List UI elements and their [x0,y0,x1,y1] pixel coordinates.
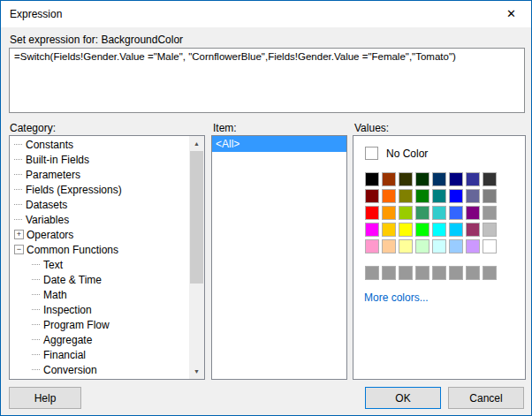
category-item-label: Operators [27,229,73,241]
window-title: Expression [10,8,62,20]
cancel-button[interactable]: Cancel [448,387,524,409]
color-swatch[interactable] [466,172,480,186]
scroll-down-icon[interactable]: ▼ [189,364,204,379]
close-button[interactable]: ✕ [491,1,531,27]
category-item-label: Inspection [43,304,92,316]
tree-connector [32,324,40,325]
tree-connector [32,309,40,310]
color-swatch[interactable] [432,172,446,186]
category-scrollbar[interactable]: ▲ ▼ [189,136,204,379]
color-swatch[interactable] [466,189,480,203]
tree-connector [32,354,40,355]
category-tree-item[interactable]: Datasets [10,197,189,212]
category-tree-item[interactable]: Date & Time [10,272,189,287]
color-palette [365,172,514,253]
color-swatch[interactable] [399,206,413,220]
color-swatch[interactable] [449,189,463,203]
color-swatch[interactable] [466,266,480,280]
category-panel: ConstantsBuilt-in FieldsParametersFields… [9,135,205,380]
color-swatch[interactable] [399,239,413,253]
color-swatch[interactable] [432,239,446,253]
scroll-up-icon[interactable]: ▲ [189,136,204,151]
color-swatch[interactable] [365,172,379,186]
category-tree-item[interactable]: Inspection [10,302,189,317]
color-swatch[interactable] [382,172,396,186]
category-tree-item[interactable]: Conversion [10,362,189,377]
category-item-label: Fields (Expressions) [26,184,122,196]
color-swatch[interactable] [382,239,396,253]
color-swatch[interactable] [432,223,446,237]
category-tree: ConstantsBuilt-in FieldsParametersFields… [10,137,189,379]
color-swatch[interactable] [382,266,396,280]
category-tree-item[interactable]: +Operators [10,227,189,242]
category-tree-item[interactable]: Constants [10,137,189,152]
values-panel: No Color More colors... [353,135,526,380]
color-swatch[interactable] [466,223,480,237]
help-button[interactable]: Help [9,387,81,409]
collapse-icon[interactable]: − [14,245,24,254]
tree-connector [32,339,40,340]
color-swatch[interactable] [449,239,463,253]
color-swatch[interactable] [399,223,413,237]
expression-input[interactable]: =Switch(Fields!Gender.Value ="Male", "Co… [9,48,525,113]
color-swatch[interactable] [483,266,497,280]
item-list: <All> [212,136,346,152]
category-tree-item[interactable]: Parameters [10,167,189,182]
category-item-label: Variables [26,214,69,226]
color-swatch[interactable] [382,189,396,203]
color-swatch[interactable] [449,223,463,237]
no-color-option[interactable]: No Color [365,147,514,160]
color-swatch[interactable] [365,206,379,220]
color-swatch[interactable] [415,172,429,186]
color-swatch[interactable] [365,239,379,253]
color-swatch[interactable] [466,206,480,220]
color-swatch[interactable] [399,266,413,280]
color-swatch[interactable] [415,266,429,280]
category-tree-item[interactable]: Math [10,287,189,302]
color-swatch[interactable] [483,223,497,237]
color-swatch[interactable] [415,239,429,253]
category-tree-item[interactable]: −Common Functions [10,242,189,257]
color-swatch[interactable] [483,172,497,186]
color-swatch[interactable] [483,189,497,203]
more-colors-link[interactable]: More colors... [364,291,429,304]
tree-connector [32,369,40,370]
category-tree-item[interactable]: Built-in Fields [10,152,189,167]
category-tree-item[interactable]: Financial [10,347,189,362]
expand-icon[interactable]: + [14,230,24,239]
color-swatch[interactable] [399,189,413,203]
color-swatch[interactable] [365,189,379,203]
scrollbar-thumb[interactable] [190,151,203,284]
color-swatch[interactable] [365,223,379,237]
color-swatch[interactable] [483,239,497,253]
category-item-label: Common Functions [27,244,118,256]
color-swatch[interactable] [432,266,446,280]
color-swatch[interactable] [365,266,379,280]
item-list-entry[interactable]: <All> [212,136,346,152]
color-swatch[interactable] [449,172,463,186]
category-tree-item[interactable]: Aggregate [10,332,189,347]
category-tree-item[interactable]: Fields (Expressions) [10,182,189,197]
category-tree-item[interactable]: Program Flow [10,317,189,332]
color-swatch[interactable] [466,239,480,253]
ok-button[interactable]: OK [365,387,441,409]
color-swatch[interactable] [432,206,446,220]
color-swatch[interactable] [449,266,463,280]
color-swatch[interactable] [415,223,429,237]
color-swatch[interactable] [382,223,396,237]
color-swatch[interactable] [399,172,413,186]
tree-connector [14,174,22,175]
category-tree-item[interactable]: Variables [10,212,189,227]
tree-connector [14,219,22,220]
color-swatch[interactable] [432,189,446,203]
color-swatch[interactable] [483,206,497,220]
category-tree-item[interactable]: Text [10,257,189,272]
color-swatch[interactable] [415,189,429,203]
color-swatch[interactable] [449,206,463,220]
color-swatch[interactable] [415,206,429,220]
tree-connector [14,159,22,160]
category-item-label: Conversion [43,364,97,376]
color-swatch[interactable] [382,206,396,220]
tree-connector [14,204,22,205]
expression-dialog: Expression ✕ Set expression for: Backgro… [0,0,532,416]
